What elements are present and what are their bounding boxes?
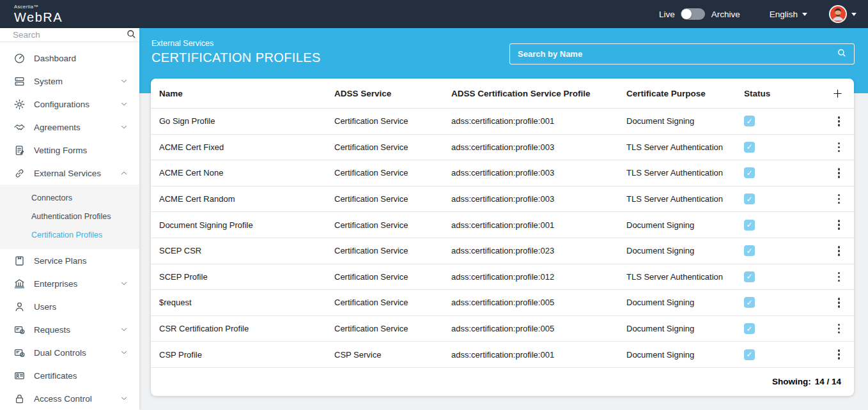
- cell-cert-purpose: TLS Server Authentication: [626, 168, 744, 178]
- cell-name: $request: [159, 298, 334, 307]
- sidebar-item-label: Users: [34, 302, 56, 312]
- cell-cert-purpose: TLS Server Authentication: [626, 194, 744, 204]
- sidebar-item-vetting-forms[interactable]: Vetting Forms: [0, 139, 139, 162]
- status-checkbox[interactable]: ✓: [744, 323, 755, 334]
- gauge-icon: [13, 52, 26, 65]
- status-checkbox[interactable]: ✓: [744, 167, 755, 178]
- avatar: [829, 5, 847, 23]
- status-checkbox[interactable]: ✓: [744, 245, 755, 256]
- check-icon: ✓: [746, 273, 752, 280]
- status-checkbox[interactable]: ✓: [744, 220, 755, 231]
- cell-adss-service: Certification Service: [334, 324, 451, 333]
- gear-icon: [13, 98, 26, 110]
- user-menu[interactable]: [829, 5, 856, 23]
- row-actions-menu-icon[interactable]: [836, 347, 842, 361]
- sidebar-subitem-connectors[interactable]: Connectors: [0, 188, 139, 207]
- check-icon: ✓: [746, 247, 752, 255]
- archive-label: Archive: [711, 10, 740, 19]
- check-icon: ✓: [746, 299, 752, 307]
- app-logo: Ascertia™ WebRA: [14, 4, 63, 24]
- sidebar-subitem-certification-profiles[interactable]: Certification Profiles: [0, 225, 139, 244]
- sidebar-item-dashboard[interactable]: Dashboard: [0, 47, 139, 70]
- plan-icon: [13, 255, 26, 267]
- row-actions-menu-icon[interactable]: [836, 140, 842, 155]
- add-profile-button[interactable]: [830, 86, 845, 101]
- search-by-name-input[interactable]: [518, 49, 837, 59]
- sidebar-item-dual-controls[interactable]: Dual Controls: [0, 341, 139, 364]
- sidebar-item-label: System: [34, 77, 63, 86]
- status-checkbox[interactable]: ✓: [744, 142, 755, 153]
- cell-name: Go Sign Profile: [159, 116, 334, 126]
- column-header-name: Name: [159, 89, 334, 98]
- table-row: $requestCertification Serviceadss:certif…: [151, 290, 854, 316]
- sidebar-item-enterprises[interactable]: Enterprises: [0, 272, 139, 295]
- page-title: CERTIFICATION PROFILES: [151, 50, 321, 65]
- chevron-down-icon: [120, 77, 128, 85]
- status-checkbox[interactable]: ✓: [744, 271, 755, 282]
- link-icon: [13, 167, 26, 179]
- cell-adss-cert-profile: adss:certification:profile:001: [451, 350, 626, 360]
- cell-adss-cert-profile: adss:certification:profile:005: [451, 298, 626, 307]
- search-icon: [126, 29, 136, 42]
- table-row: Go Sign ProfileCertification Serviceadss…: [151, 109, 854, 135]
- check-icon: ✓: [746, 221, 752, 229]
- row-actions-menu-icon[interactable]: [836, 322, 842, 336]
- cell-cert-purpose: TLS Server Authentication: [626, 272, 744, 282]
- status-checkbox[interactable]: ✓: [744, 349, 755, 360]
- cell-adss-service: Certification Service: [334, 194, 451, 204]
- chevron-down-icon: [802, 13, 807, 16]
- row-actions-menu-icon[interactable]: [836, 270, 842, 284]
- chevron-down-icon: [120, 123, 128, 131]
- sidebar-subitem-authentication-profiles[interactable]: Authentication Profiles: [0, 207, 139, 225]
- live-archive-toggle[interactable]: [681, 8, 705, 20]
- bank-icon: [13, 278, 26, 290]
- sidebar-search-input[interactable]: [13, 30, 126, 40]
- row-actions-menu-icon[interactable]: [836, 244, 842, 258]
- table-body: Go Sign ProfileCertification Serviceadss…: [151, 109, 854, 368]
- cell-adss-cert-profile: adss:certification:profile:001: [451, 116, 626, 126]
- sidebar-item-external-services[interactable]: External Services: [0, 162, 139, 185]
- row-actions-menu-icon[interactable]: [836, 166, 842, 180]
- table-row: CSP ProfileCSP Serviceadss:certification…: [151, 342, 854, 368]
- chevron-down-icon: [120, 280, 128, 287]
- sidebar-item-service-plans[interactable]: Service Plans: [0, 249, 139, 272]
- row-actions-menu-icon[interactable]: [836, 192, 842, 206]
- cell-name: CSP Profile: [159, 350, 334, 360]
- language-dropdown[interactable]: English: [770, 10, 807, 19]
- row-actions-menu-icon[interactable]: [836, 296, 842, 310]
- sidebar-item-requests[interactable]: Requests: [0, 318, 139, 341]
- status-checkbox[interactable]: ✓: [744, 194, 755, 204]
- handshake-icon: [13, 121, 26, 133]
- status-checkbox[interactable]: ✓: [744, 297, 755, 308]
- cell-cert-purpose: Document Signing: [626, 324, 744, 333]
- language-label: English: [770, 10, 798, 19]
- sidebar-item-label: Requests: [34, 325, 70, 335]
- sidebar-item-configurations[interactable]: Configurations: [0, 93, 139, 116]
- row-actions-menu-icon[interactable]: [836, 218, 842, 232]
- table-row: SCEP ProfileCertification Serviceadss:ce…: [151, 264, 854, 291]
- sidebar-item-certificates[interactable]: Certificates: [0, 364, 139, 387]
- external-services-submenu: ConnectorsAuthentication ProfilesCertifi…: [0, 185, 139, 249]
- sidebar-item-users[interactable]: Users: [0, 295, 139, 318]
- row-actions-menu-icon[interactable]: [836, 114, 842, 128]
- sidebar-item-label: Dashboard: [34, 54, 76, 63]
- sidebar-item-agreements[interactable]: Agreements: [0, 116, 139, 139]
- sidebar: DashboardSystemConfigurationsAgreementsV…: [0, 28, 139, 410]
- chevron-down-icon: [120, 326, 128, 333]
- cell-adss-cert-profile: adss:certification:profile:003: [451, 194, 626, 204]
- sidebar-item-label: External Services: [34, 169, 101, 178]
- sidebar-item-system[interactable]: System: [0, 70, 139, 93]
- sidebar-item-label: Certificates: [34, 371, 77, 381]
- search-icon[interactable]: [837, 48, 846, 60]
- column-header-status: Status: [744, 89, 821, 98]
- chevron-down-icon: [120, 100, 128, 108]
- status-checkbox[interactable]: ✓: [744, 116, 755, 126]
- cell-adss-cert-profile: adss:certification:profile:023: [451, 246, 626, 255]
- sidebar-item-access-control[interactable]: Access Control: [0, 387, 139, 410]
- main-content: External Services CERTIFICATION PROFILES…: [139, 28, 868, 410]
- server-icon: [13, 75, 26, 87]
- sidebar-item-label: Service Plans: [34, 256, 87, 266]
- check-icon: ✓: [746, 118, 752, 125]
- sidebar-item-label: Enterprises: [34, 279, 77, 289]
- check-icon: ✓: [746, 351, 752, 358]
